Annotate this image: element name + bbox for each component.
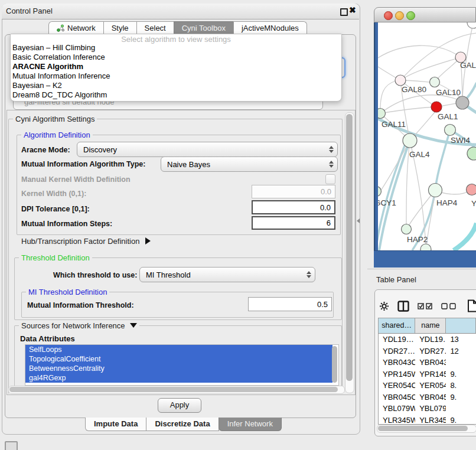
hub-definition-toggle[interactable]: Hub/Transcription Factor Definition [21,237,151,246]
table-row[interactable]: YBL079WYBL079W [379,403,476,415]
network-node[interactable] [467,147,476,160]
algorithm-dropdown: Select algorithm to view settings Bayesi… [10,34,342,102]
unchecked-boxes-icon[interactable] [441,303,457,309]
table-row[interactable]: YLR345WYLR345W9. [379,415,476,425]
algorithm-option-aracne-algorithm[interactable]: ARACNE Algorithm [11,62,341,71]
table-cell [446,403,476,415]
tab-jactivemnodules[interactable]: jActiveMNodules [233,21,307,34]
table-hscrollbar-thumb[interactable] [378,426,468,431]
table-cell: YBR043C [415,357,446,369]
table-row[interactable]: YBR045CYBR045C9. [379,392,476,403]
table-row[interactable]: YBR043CYBR043C [379,357,476,369]
bottom-tab-impute-data[interactable]: Impute Data [85,418,146,431]
checked-boxes-icon[interactable] [418,303,433,309]
column-header-2[interactable] [446,318,476,333]
attribute-item-selfloops[interactable]: SelfLoops [25,345,332,354]
tab-network[interactable]: Network [48,21,104,34]
zoom-traffic-light[interactable] [406,11,415,20]
attribute-item-betweennesscentrality[interactable]: BetweennessCentrality [25,364,332,373]
node-label: GCY1 [378,198,396,207]
network-node-gcy1[interactable] [378,187,382,197]
attribute-item-topologicalcoefficient[interactable]: TopologicalCoefficient [25,354,332,364]
network-node-gal1[interactable] [431,102,442,112]
node-table[interactable]: shared…name YDL19…YDL19…13YDR27…YDR27…12… [378,318,476,425]
stepper-arrows-icon [325,161,337,168]
algorithm-option-dream8-dc-tdc-algorithm[interactable]: Dream8 DC_TDC Algorithm [11,90,341,100]
which-threshold-combo[interactable]: MI Threshold [139,267,315,282]
dpi-tolerance-input[interactable] [252,200,335,214]
tab-cyni-toolbox[interactable]: Cyni Toolbox [174,21,234,34]
columns-icon[interactable] [397,301,409,312]
column-header-name[interactable]: name [415,318,446,333]
network-window-titlebar[interactable] [374,7,476,22]
tab-select[interactable]: Select [136,21,174,34]
tab-style[interactable]: Style [103,21,137,34]
minimized-panel-icon[interactable] [5,441,18,450]
network-node-gal80[interactable] [395,75,406,86]
mi-type-value: Naive Bayes [161,160,325,169]
cyni-algorithm-settings-title: Cyni Algorithm Settings [13,115,97,123]
network-node-y[interactable] [467,184,476,195]
document-icon[interactable] [467,299,476,312]
float-window-icon[interactable] [340,8,348,16]
which-threshold-label: Which threshold to use: [53,271,137,279]
settings-hscrollbar-thumb[interactable] [9,387,338,392]
tab-label: Network [67,22,96,34]
table-row[interactable]: YDL19…YDL19…13 [379,334,476,345]
network-window-frame-left [374,22,378,267]
mi-threshold-input[interactable] [248,297,332,311]
network-canvas[interactable]: GALGAL80GAL10GAL1GAL11SWI4GAL4GCY1HAP4YH… [378,22,476,250]
network-node-swi4[interactable] [445,125,456,136]
apply-button[interactable]: Apply [158,398,201,413]
stepper-arrows-icon [303,271,315,278]
mi-type-label: Mutual Information Algorithm Type: [21,160,145,168]
close-traffic-light[interactable] [384,11,393,20]
table-cell: YDL19… [415,334,446,345]
sources-toggle[interactable]: Sources for Network Inference [19,321,139,330]
minimize-traffic-light[interactable] [395,11,404,20]
attribute-item-gal4rgexp[interactable]: gal4RGexp [25,373,332,383]
network-node-gal10[interactable] [430,77,440,87]
node-label: Y [471,199,476,208]
aracne-mode-value: Discovery [77,145,325,154]
attr-list-scrollbar[interactable] [332,346,337,383]
bottom-tab-discretize-data[interactable]: Discretize Data [146,418,219,431]
network-node-gal11[interactable] [378,109,386,119]
mi-type-combo[interactable]: Naive Bayes [161,156,338,172]
network-node[interactable] [467,22,476,28]
bottom-tab-bar: Impute DataDiscretize DataInfer Network [85,418,281,431]
table-row[interactable]: YER054CYER054C8. [379,380,476,392]
algorithm-option-bayesian-hill-climbing[interactable]: Bayesian – Hill Climbing [11,43,341,53]
gear-icon[interactable] [379,301,389,311]
table-cell: YER054C [379,380,415,392]
bottom-tab-infer-network[interactable]: Infer Network [219,418,282,431]
table-cell: YLR345W [379,415,415,425]
table-cell: YPR145W [415,369,446,380]
network-node-hap2[interactable] [402,224,412,234]
table-row[interactable]: YDR27…YDR27…12 [379,345,476,357]
aracne-mode-combo[interactable]: Discovery [77,142,338,157]
manual-kernel-checkbox[interactable] [325,174,335,184]
table-cell: YDR27… [415,345,446,357]
threshold-definition-title: Threshold Definition [19,253,92,262]
network-node-hap4[interactable] [429,184,442,197]
close-icon[interactable]: ✖ [349,5,356,15]
column-header-shared[interactable]: shared… [379,318,415,333]
algorithm-option-basic-correlation-inference[interactable]: Basic Correlation Inference [11,53,341,62]
mi-steps-input[interactable] [252,216,335,230]
network-node-gal4[interactable] [403,133,417,148]
table-cell: YDL19… [379,334,415,345]
algorithm-dropdown-hint: Select algorithm to view settings [11,34,341,43]
control-panel-tab-bar: NetworkStyleSelectCyni ToolboxjActiveMNo… [48,21,307,34]
table-row[interactable]: YPR145WYPR145W9. [379,369,476,380]
network-node[interactable] [420,244,431,250]
network-node[interactable] [456,96,469,109]
node-label: GAL4 [409,150,430,159]
algorithm-definition-title: Algorithm Definition [21,131,93,139]
panel-resize-arrow-icon[interactable] [357,219,360,223]
kernel-width-input[interactable] [252,185,335,198]
algorithm-option-mutual-information-inference[interactable]: Mutual Information Inference [11,71,341,81]
settings-vscrollbar-thumb[interactable] [346,114,353,381]
algorithm-option-bayesian-k2[interactable]: Bayesian – K2 [11,81,341,90]
network-edge [378,45,461,58]
